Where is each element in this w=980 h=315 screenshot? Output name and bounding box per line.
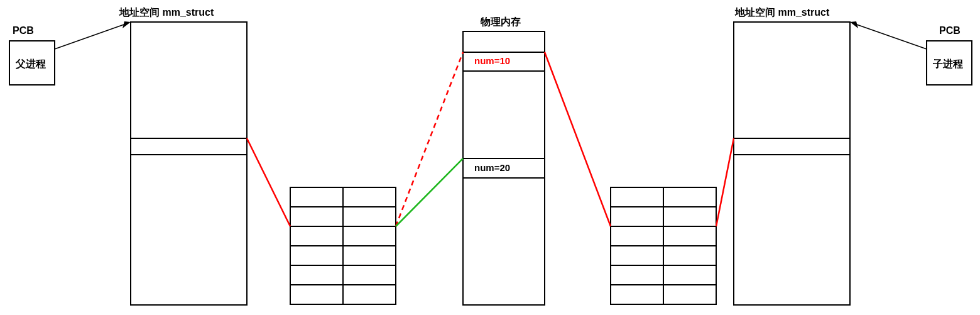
addr-space-left-title: 地址空间 mm_struct <box>119 6 214 19</box>
pcb-left-title: PCB <box>13 25 34 36</box>
addr-space-left-box <box>131 22 247 305</box>
pcb-right-title: PCB <box>939 25 961 36</box>
page-table-right <box>611 187 716 304</box>
arrow-pcb-left-head <box>122 21 131 28</box>
arrow-pcb-right-head <box>850 21 858 28</box>
red-line-phys-to-pagetable-right <box>545 52 611 226</box>
num20-label: num=20 <box>474 162 510 173</box>
green-line <box>396 158 463 226</box>
diagram-svg <box>0 0 980 315</box>
arrow-pcb-left-line <box>55 23 128 49</box>
pcb-right-content: 子进程 <box>933 58 963 71</box>
page-table-left <box>290 187 396 304</box>
addr-space-right-box <box>734 22 850 305</box>
arrow-pcb-right-line <box>853 23 927 49</box>
red-line-pagetable-to-addr-right <box>716 138 734 226</box>
physical-memory-title: 物理内存 <box>481 16 521 29</box>
num10-label: num=10 <box>474 55 510 66</box>
addr-space-right-title: 地址空间 mm_struct <box>735 6 829 19</box>
red-dashed-line <box>396 52 463 226</box>
pcb-left-content: 父进程 <box>16 58 46 71</box>
red-line-left-to-pagetable <box>247 138 290 226</box>
